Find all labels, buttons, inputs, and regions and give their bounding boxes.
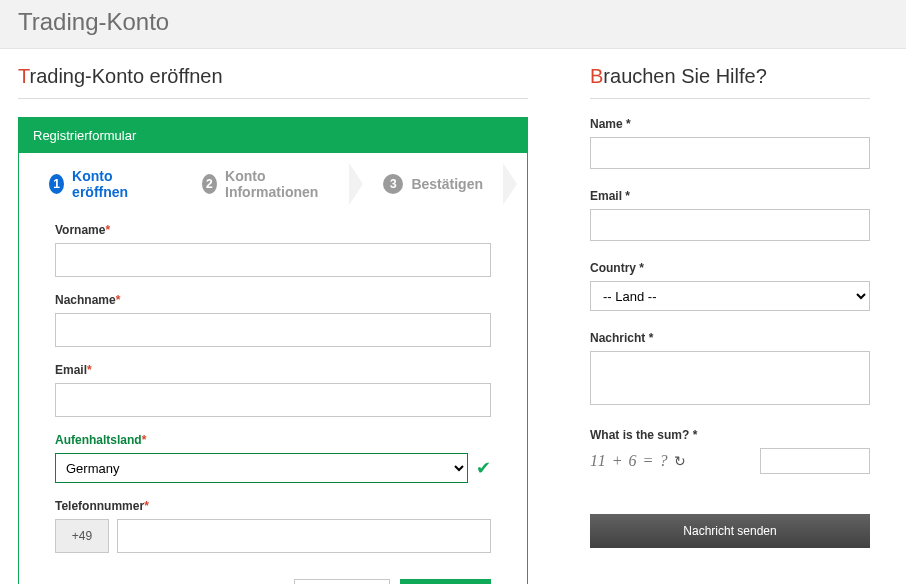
refresh-icon[interactable]: ↻ <box>674 453 686 469</box>
left-column: Trading-Konto eröffnen Registrierformula… <box>18 65 528 584</box>
help-name-label: Name * <box>590 117 870 131</box>
registration-form: Vorname* Nachname* Email* Aufenhaltsland… <box>19 205 527 584</box>
help-country-select[interactable]: -- Land -- <box>590 281 870 311</box>
step-label: Konto eröffnen <box>72 168 148 200</box>
step-account-info[interactable]: 2 Konto Informationen <box>182 163 350 205</box>
step-number: 1 <box>49 174 64 194</box>
step-confirm[interactable]: 3 Bestätigen <box>363 163 503 205</box>
registration-panel: Registrierformular 1 Konto eröffnen 2 Ko… <box>18 117 528 584</box>
check-icon: ✔ <box>476 457 491 479</box>
step-label: Bestätigen <box>411 176 483 192</box>
step-chevron-icon <box>503 163 517 205</box>
page-header-title: Trading-Konto <box>18 8 888 36</box>
header-bar: Trading-Konto <box>0 0 906 49</box>
phone-label: Telefonnummer* <box>55 499 491 513</box>
step-chevron-icon <box>168 163 182 205</box>
next-button[interactable]: Weiter → <box>400 579 492 584</box>
content-container: Trading-Konto eröffnen Registrierformula… <box>0 49 906 584</box>
help-captcha-label: What is the sum? * <box>590 428 870 442</box>
country-select[interactable]: Germany <box>55 453 468 483</box>
country-label: Aufenhaltsland* <box>55 433 491 447</box>
help-message-input[interactable] <box>590 351 870 405</box>
step-number: 3 <box>383 174 403 194</box>
email-input[interactable] <box>55 383 491 417</box>
dial-code: +49 <box>55 519 109 553</box>
firstname-label: Vorname* <box>55 223 491 237</box>
help-message-label: Nachricht * <box>590 331 870 345</box>
lastname-input[interactable] <box>55 313 491 347</box>
section-title-help: Brauchen Sie Hilfe? <box>590 65 870 99</box>
email-label: Email* <box>55 363 491 377</box>
stepper: 1 Konto eröffnen 2 Konto Informationen 3… <box>29 163 517 205</box>
help-name-input[interactable] <box>590 137 870 169</box>
help-country-label: Country * <box>590 261 870 275</box>
step-label: Konto Informationen <box>225 168 329 200</box>
panel-header: Registrierformular <box>19 118 527 153</box>
captcha-image: 11 + 6 = ? <box>590 452 668 470</box>
help-email-label: Email * <box>590 189 870 203</box>
step-open-account[interactable]: 1 Konto eröffnen <box>29 163 168 205</box>
phone-input[interactable] <box>117 519 491 553</box>
help-captcha-input[interactable] <box>760 448 870 474</box>
firstname-input[interactable] <box>55 243 491 277</box>
help-email-input[interactable] <box>590 209 870 241</box>
help-column: Brauchen Sie Hilfe? Name * Email * Count… <box>590 65 870 584</box>
step-number: 2 <box>202 174 217 194</box>
section-title-open-account: Trading-Konto eröffnen <box>18 65 528 99</box>
send-message-button[interactable]: Nachricht senden <box>590 514 870 548</box>
step-chevron-icon <box>349 163 363 205</box>
lastname-label: Nachname* <box>55 293 491 307</box>
back-button[interactable]: ← Zurück <box>294 579 389 584</box>
